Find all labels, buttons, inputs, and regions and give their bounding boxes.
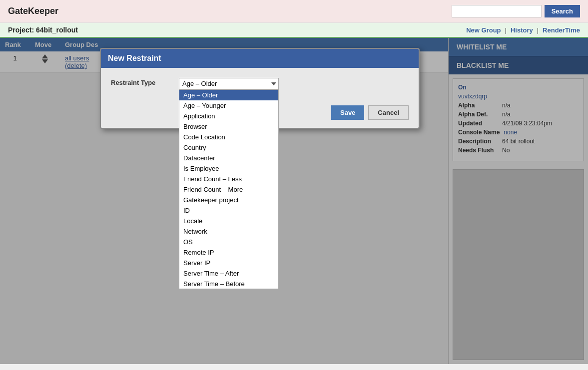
dropdown-list[interactable]: Age – OlderAge – YoungerApplicationBrows… xyxy=(179,89,279,289)
dropdown-display[interactable]: Age – Older xyxy=(179,78,279,89)
project-bar: Project: 64bit_rollout New Group | Histo… xyxy=(0,23,588,38)
search-area: Search xyxy=(452,5,580,17)
project-title: Project: 64bit_rollout xyxy=(8,26,78,34)
dropdown-item[interactable]: Is Employee xyxy=(179,163,278,174)
dropdown-selected-text: Age – Older xyxy=(182,80,217,87)
app-header: GateKeeper Search xyxy=(0,0,588,23)
main-layout: Rank Move Group Des 1 all users xyxy=(0,38,588,364)
dropdown-item[interactable]: Remote IP xyxy=(179,247,278,258)
modal-restraint-type-row: Restraint Type Age – Older Age – OlderAg… xyxy=(111,78,409,89)
restraint-type-dropdown[interactable]: Age – Older Age – OlderAge – YoungerAppl… xyxy=(179,78,279,89)
dropdown-item[interactable]: Age – Younger xyxy=(179,100,278,111)
dropdown-item[interactable]: Gatekeeper project xyxy=(179,195,278,205)
dropdown-item[interactable]: Locale xyxy=(179,216,278,226)
search-button[interactable]: Search xyxy=(545,5,580,17)
modal-overlay: New Restraint Restraint Type Age – Older… xyxy=(0,38,588,364)
modal-header: New Restraint xyxy=(101,49,419,68)
dropdown-item[interactable]: Friend Count – More xyxy=(179,184,278,195)
dropdown-item[interactable]: Server IP xyxy=(179,258,278,268)
dropdown-item[interactable]: ID xyxy=(179,205,278,216)
dropdown-item[interactable]: Code Location xyxy=(179,132,278,142)
modal-title: New Restraint xyxy=(108,54,161,62)
rendertime-link[interactable]: RenderTime xyxy=(543,26,580,34)
dropdown-item[interactable]: Age – Older xyxy=(179,90,278,100)
dropdown-item[interactable]: OS xyxy=(179,237,278,247)
restraint-type-label: Restraint Type xyxy=(111,78,171,86)
app-title: GateKeeper xyxy=(8,6,58,16)
dropdown-item[interactable]: Application xyxy=(179,111,278,121)
new-group-link[interactable]: New Group xyxy=(466,26,501,34)
dropdown-item[interactable]: Country xyxy=(179,142,278,153)
cancel-button[interactable]: Cancel xyxy=(368,105,409,120)
dropdown-item[interactable]: Server Time – Before xyxy=(179,279,278,289)
save-button[interactable]: Save xyxy=(331,105,364,120)
new-restraint-modal: New Restraint Restraint Type Age – Older… xyxy=(100,48,420,129)
dropdown-item[interactable]: Network xyxy=(179,226,278,237)
search-input[interactable] xyxy=(452,5,542,17)
dropdown-item[interactable]: Datacenter xyxy=(179,153,278,163)
dropdown-item[interactable]: Server Time – After xyxy=(179,268,278,279)
history-link[interactable]: History xyxy=(511,26,533,34)
dropdown-item[interactable]: Browser xyxy=(179,121,278,132)
dropdown-arrow-icon xyxy=(271,82,276,85)
modal-body: Restraint Type Age – Older Age – OlderAg… xyxy=(101,68,419,105)
dropdown-item[interactable]: Friend Count – Less xyxy=(179,174,278,184)
project-links: New Group | History | RenderTime xyxy=(466,26,580,34)
